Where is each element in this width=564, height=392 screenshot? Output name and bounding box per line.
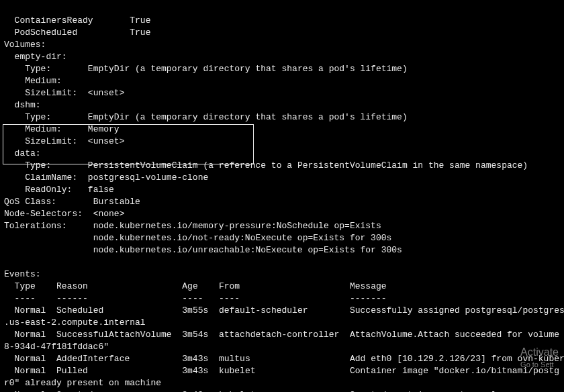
vol-dshm-name: dshm: [4, 100, 41, 110]
terminal-output[interactable]: ContainersReady True PodScheduled True V… [0, 0, 564, 392]
events-separator: ---- ------ ---- ---- ------- [4, 293, 387, 303]
watermark-title: Activate [520, 346, 559, 358]
vol-emptydir-size: SizeLimit: <unset> [4, 88, 124, 98]
vol-data-name: data: [4, 148, 41, 158]
node-selectors: Node-Selectors: <none> [4, 209, 124, 219]
vol-emptydir-medium: Medium: [4, 76, 88, 86]
vol-emptydir-type: Type: EmptyDir (a temporary directory th… [4, 64, 408, 74]
event-row-attachvolume-wrap: 8-934d-47f181fddac6" [4, 342, 109, 352]
windows-activation-watermark: Activate Go to Sett [520, 346, 559, 371]
vol-emptydir-name: empty-dir: [4, 52, 67, 62]
vol-dshm-type: Type: EmptyDir (a temporary directory th… [4, 112, 408, 122]
watermark-subtitle: Go to Sett [520, 358, 559, 371]
vol-dshm-medium: Medium: Memory [4, 124, 120, 134]
tolerations-2: node.kubernetes.io/not-ready:NoExecute o… [4, 233, 391, 243]
cond-podscheduled: PodScheduled True [4, 28, 150, 38]
event-row-scheduled: Normal Scheduled 3m55s default-scheduler… [4, 305, 564, 315]
qos-class: QoS Class: Burstable [4, 197, 140, 207]
tolerations-3: node.kubernetes.io/unreachable:NoExecute… [4, 245, 402, 255]
tolerations-1: Tolerations: node.kubernetes.io/memory-p… [4, 221, 381, 231]
cond-containersready: ContainersReady True [4, 15, 150, 26]
volumes-header: Volumes: [4, 40, 46, 50]
event-row-addedinterface: Normal AddedInterface 3m43s multus Add e… [4, 354, 564, 364]
event-row-pulled-wrap: r0" already present on machine [4, 378, 161, 388]
vol-data-type: Type: PersistentVolumeClaim (a reference… [4, 160, 528, 170]
event-row-pulled: Normal Pulled 3m43s kubelet Container im… [4, 366, 559, 376]
vol-data-readonly: ReadOnly: false [4, 185, 114, 195]
event-row-scheduled-wrap: .us-east-2.compute.internal [4, 317, 146, 328]
vol-dshm-size: SizeLimit: <unset> [4, 136, 124, 146]
vol-data-claimname: ClaimName: postgresql-volume-clone [4, 173, 208, 183]
event-row-attachvolume: Normal SuccessfulAttachVolume 3m54s atta… [4, 330, 564, 340]
events-columns: Type Reason Age From Message [4, 281, 387, 291]
events-header: Events: [4, 269, 41, 279]
